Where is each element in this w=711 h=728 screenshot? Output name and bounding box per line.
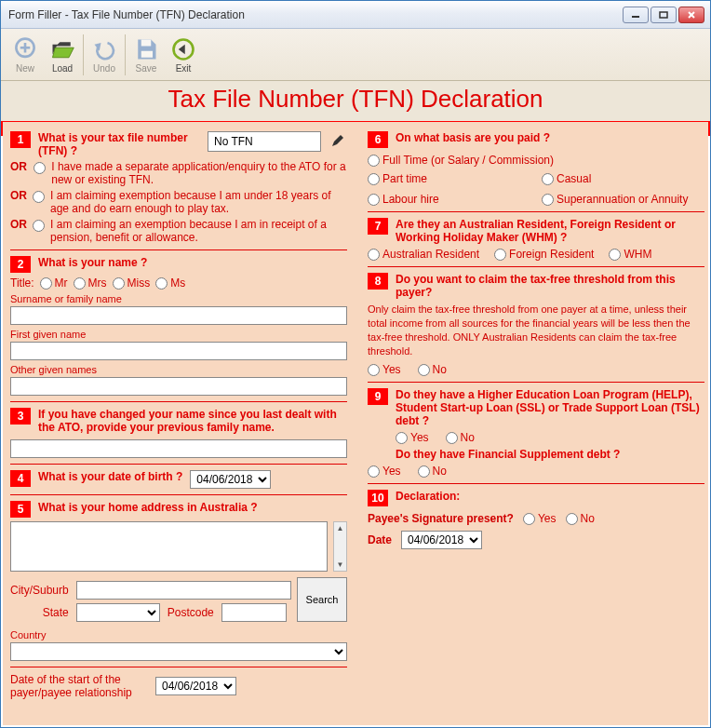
new-label: New — [16, 63, 34, 74]
qnum-2: 2 — [10, 256, 31, 273]
qnum-1: 1 — [10, 131, 31, 148]
divider — [368, 483, 704, 484]
q9-fs-yes-radio[interactable] — [368, 465, 380, 478]
qnum-3: 3 — [10, 408, 31, 425]
title-mrs-radio[interactable] — [74, 277, 86, 290]
sig-no-radio[interactable] — [566, 513, 578, 525]
q1-opt-c: I am claiming an exemption because I am … — [50, 218, 347, 244]
or-label: OR — [10, 218, 27, 231]
q1-radio-application[interactable] — [34, 162, 46, 174]
q7-ausres-radio[interactable] — [368, 249, 380, 261]
tfn-input[interactable] — [208, 131, 321, 152]
start-date-select[interactable]: 04/06/2018 — [155, 677, 236, 695]
q7-whm-radio[interactable] — [609, 249, 621, 261]
search-button[interactable]: Search — [297, 577, 347, 622]
qnum-7: 7 — [368, 218, 388, 235]
address-textarea[interactable] — [10, 521, 328, 572]
close-button[interactable] — [678, 7, 704, 23]
pencil-icon — [330, 133, 345, 148]
othernames-label: Other given names — [10, 364, 347, 375]
chevron-up-icon: ▲ — [336, 524, 343, 533]
previous-name-input[interactable] — [10, 439, 347, 458]
othernames-input[interactable] — [10, 377, 347, 396]
q7-foreign-radio[interactable] — [494, 249, 506, 261]
qnum-6: 6 — [368, 131, 388, 148]
edit-tfn-button[interactable] — [329, 131, 347, 150]
state-label: State — [10, 606, 69, 619]
country-label: Country — [10, 629, 347, 640]
load-button[interactable]: Load — [44, 36, 81, 74]
q8-info: Only claim the tax-free threshold from o… — [368, 303, 704, 357]
q2-title: What is your name ? — [38, 256, 347, 269]
q6-title: On what basis are you paid ? — [396, 131, 704, 144]
q4-title: What is your date of birth ? — [38, 470, 182, 483]
q10-title: Declaration: — [396, 490, 704, 503]
signature-label: Payee's Signature present? — [368, 512, 514, 525]
q5-title: What is your home address in Australia ? — [38, 501, 347, 514]
toolbar: New Load Undo Save Exit — [1, 29, 710, 81]
maximize-button[interactable] — [651, 7, 677, 23]
exit-button[interactable]: Exit — [165, 36, 202, 74]
form-area[interactable]: 1 What is your tax file number (TFN) ? O… — [3, 122, 708, 725]
q1-opt-a: I have made a separate application/enqui… — [51, 160, 347, 186]
question-9: 9Do they have a Higher Education Loan Pr… — [368, 388, 704, 478]
undo-label: Undo — [93, 63, 115, 74]
save-button: Save — [127, 36, 165, 74]
textarea-scrollbar[interactable]: ▲▼ — [333, 521, 347, 572]
q6-fulltime-radio[interactable] — [368, 155, 380, 167]
q8-title: Do you want to claim the tax-free thresh… — [396, 273, 704, 299]
question-3: 3If you have changed your name since you… — [10, 408, 347, 458]
q1-radio-pension[interactable] — [33, 220, 45, 232]
q8-yes-radio[interactable] — [368, 364, 380, 376]
question-6: 6On what basis are you paid ? Full Time … — [368, 131, 704, 206]
q1-radio-under18[interactable] — [33, 191, 45, 203]
title-ms-radio[interactable] — [155, 277, 168, 290]
country-select[interactable] — [10, 642, 347, 661]
q7-title: Are they an Australian Resident, Foreign… — [396, 218, 704, 244]
divider — [10, 494, 347, 495]
firstname-input[interactable] — [10, 342, 347, 360]
undo-icon — [91, 36, 117, 62]
state-select[interactable] — [76, 603, 160, 622]
page-title: Tax File Number (TFN) Declaration — [1, 85, 710, 114]
minimize-button[interactable] — [623, 7, 649, 23]
postcode-label: Postcode — [168, 606, 214, 619]
q6-casual-radio[interactable] — [542, 173, 554, 185]
divider — [10, 667, 347, 667]
q3-title: If you have changed your name since you … — [38, 408, 347, 434]
plus-icon — [12, 36, 38, 62]
decl-date-select[interactable]: 04/06/2018 — [401, 531, 482, 549]
postcode-input[interactable] — [221, 603, 287, 622]
q6-parttime-radio[interactable] — [368, 173, 380, 185]
start-date-label: Date of the start of the payer/payee rel… — [10, 673, 150, 699]
divider — [368, 211, 704, 212]
q9-fs-no-radio[interactable] — [418, 465, 430, 478]
dob-select[interactable]: 04/06/2018 — [190, 470, 271, 489]
exit-label: Exit — [176, 63, 192, 74]
new-button: New — [7, 36, 44, 74]
surname-input[interactable] — [10, 306, 347, 325]
title-radio-group: Title: Mr Mrs Miss Ms — [10, 276, 347, 290]
window-title: Form Filler - Tax File Number (TFN) Decl… — [8, 8, 623, 21]
qnum-5: 5 — [10, 501, 31, 518]
exit-icon — [170, 36, 196, 62]
qnum-4: 4 — [10, 470, 31, 487]
toolbar-separator — [125, 34, 126, 75]
divider — [10, 464, 347, 465]
q9-sub-title: Do they have Financial Supplement debt ? — [368, 448, 704, 461]
sig-yes-radio[interactable] — [523, 513, 535, 525]
q6-labour-radio[interactable] — [368, 194, 380, 206]
surname-label: Surname or family name — [10, 293, 347, 304]
q9-help-no-radio[interactable] — [446, 432, 458, 444]
q6-super-radio[interactable] — [542, 194, 554, 206]
title-mr-radio[interactable] — [40, 277, 52, 290]
q8-no-radio[interactable] — [418, 364, 430, 376]
or-label: OR — [10, 160, 28, 173]
svg-rect-7 — [141, 39, 152, 46]
city-input[interactable] — [76, 581, 291, 600]
load-label: Load — [52, 63, 73, 74]
qnum-9: 9 — [368, 388, 388, 405]
title-miss-radio[interactable] — [113, 277, 125, 290]
window-buttons — [623, 7, 704, 23]
q9-help-yes-radio[interactable] — [396, 432, 408, 444]
